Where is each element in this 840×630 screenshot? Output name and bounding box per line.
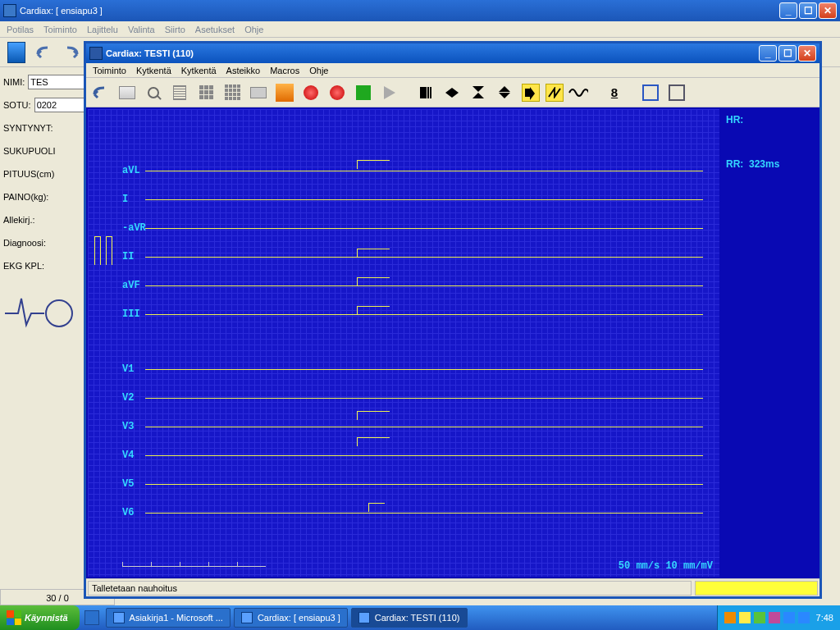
hstretch-icon[interactable] <box>441 81 463 104</box>
inner-close-button[interactable]: ✕ <box>798 45 816 62</box>
imenu-macros[interactable]: Macros <box>270 66 299 75</box>
inner-maximize-button[interactable]: ☐ <box>778 45 797 62</box>
menu-toiminto[interactable]: Toiminto <box>43 25 77 34</box>
trace-v5 <box>145 484 703 485</box>
trace-v4 <box>145 455 703 456</box>
layout-grid3-icon[interactable] <box>194 81 217 104</box>
sound-icon[interactable] <box>519 81 542 104</box>
imenu-ohje[interactable]: Ohje <box>309 66 328 75</box>
menu-valinta[interactable]: Valinta <box>128 25 155 34</box>
imenu-asteikko[interactable]: Asteikko <box>226 66 261 75</box>
lead-avr: -aVR <box>122 222 146 234</box>
inner-titlebar[interactable]: Cardiax: TESTI (110) _ ☐ ✕ <box>86 43 819 63</box>
svg-point-0 <box>46 300 72 326</box>
status-message: Talletetaan nauhoitus <box>88 581 692 596</box>
name-label: NIMI: <box>3 77 25 87</box>
imenu-kytkenta1[interactable]: Kytkentä <box>136 66 171 75</box>
cal-pulse <box>94 236 101 265</box>
tray-clock[interactable]: 7:48 <box>816 613 833 623</box>
stop-icon[interactable] <box>352 81 375 104</box>
rr-value: 323ms <box>749 158 779 170</box>
layout-grid4-icon[interactable] <box>221 81 244 104</box>
tray-shield-icon[interactable] <box>724 612 736 623</box>
tray-speaker-icon[interactable] <box>739 612 751 623</box>
fullscreen-icon[interactable] <box>639 81 662 104</box>
record-icon[interactable] <box>299 81 322 104</box>
outer-close-button[interactable]: ✕ <box>819 2 837 19</box>
forward-icon[interactable] <box>61 41 84 64</box>
menu-lajittelu[interactable]: Lajittelu <box>87 25 118 34</box>
step-end-icon[interactable] <box>414 81 437 104</box>
eight-button[interactable]: 8 <box>603 81 626 104</box>
record2-icon[interactable] <box>326 81 349 104</box>
folder-icon[interactable] <box>247 81 270 104</box>
trace-v2 <box>145 398 703 399</box>
vcompress-icon[interactable] <box>467 81 490 104</box>
blip <box>357 249 390 257</box>
windows-logo-icon <box>7 610 21 625</box>
tray-device-icon[interactable] <box>769 612 780 623</box>
outer-minimize-button[interactable]: _ <box>779 2 797 19</box>
trace-avf <box>145 285 703 286</box>
lead-iii: III <box>122 308 140 320</box>
trace-v1 <box>145 369 703 370</box>
imenu-toiminto[interactable]: Toiminto <box>93 66 126 75</box>
inner-window: Cardiax: TESTI (110) _ ☐ ✕ Toiminto Kytk… <box>84 41 822 599</box>
lead-v4: V4 <box>122 450 134 461</box>
menu-potilas[interactable]: Potilas <box>7 25 34 34</box>
highlight-icon[interactable] <box>273 81 296 104</box>
outer-maximize-button[interactable]: ☐ <box>799 2 817 19</box>
taskbar-item-cardiax1[interactable]: Cardiax: [ ensiapu3 ] <box>234 608 348 628</box>
menu-ohje[interactable]: Ohje <box>244 25 263 34</box>
system-tray[interactable]: 7:48 <box>717 605 840 630</box>
trace-iii <box>145 314 703 315</box>
start-label: Käynnistä <box>25 613 68 623</box>
undo-icon[interactable] <box>89 81 112 104</box>
lead-avl: aVL <box>122 165 140 176</box>
inner-menubar: Toiminto Kytkentä Kytkentä Asteikko Macr… <box>86 63 819 78</box>
cardiax-icon <box>241 612 253 623</box>
vexpand-icon[interactable] <box>493 81 516 104</box>
blip <box>357 306 390 314</box>
imenu-kytkenta2[interactable]: Kytkentä <box>181 66 217 75</box>
tray-network-icon[interactable] <box>754 612 765 623</box>
print-icon[interactable] <box>116 81 139 104</box>
trace-ii <box>145 257 703 258</box>
trace-i <box>145 199 703 200</box>
rr-label: RR: <box>726 158 743 170</box>
start-button[interactable]: Käynnistä <box>0 605 80 630</box>
menu-asetukset[interactable]: Asetukset <box>195 25 235 34</box>
inner-app-icon <box>89 47 103 60</box>
blip <box>357 277 390 285</box>
inner-title-text: Cardiax: TESTI (110) <box>106 48 194 58</box>
lead-v2: V2 <box>122 392 134 404</box>
ekg-label: EKG KPL: <box>3 261 44 271</box>
layout1-icon[interactable] <box>168 81 191 104</box>
tray-display-icon[interactable] <box>798 612 810 623</box>
inner-toolbar: 8 <box>86 78 819 107</box>
exit-icon[interactable] <box>5 41 28 64</box>
outer-titlebar[interactable]: Cardiax: [ ensiapu3 ] _ ☐ ✕ <box>0 0 840 21</box>
ql-ie-icon[interactable] <box>84 610 99 625</box>
ssn-label: SOTU: <box>3 100 31 110</box>
back-icon[interactable] <box>33 41 56 64</box>
ecg-grid[interactable]: aVL I -aVR II aVF III V1 V2 V3 V4 V5 V6 <box>86 107 721 578</box>
outer-menubar: Potilas Toiminto Lajittelu Valinta Siirt… <box>0 21 840 38</box>
lead-v5: V5 <box>122 478 134 490</box>
trace-v6 <box>145 513 703 514</box>
zoom-icon[interactable] <box>142 81 165 104</box>
diag-label: Diagnoosi: <box>3 238 46 248</box>
filter-icon[interactable] <box>546 84 564 102</box>
taskbar-item-word[interactable]: Asiakirja1 - Microsoft ... <box>106 608 231 628</box>
fit-icon[interactable] <box>665 81 688 104</box>
inner-minimize-button[interactable]: _ <box>759 45 777 62</box>
waveform-icon[interactable] <box>567 81 590 104</box>
tray-usb-icon[interactable] <box>783 612 795 623</box>
lead-avf: aVF <box>122 280 140 291</box>
scale-readout: 50 mm/s 10 mm/mV <box>619 560 713 572</box>
menu-siirto[interactable]: Siirto <box>165 25 185 34</box>
lead-ii: II <box>122 251 134 262</box>
play-icon[interactable] <box>378 81 401 104</box>
cal-pulse <box>106 236 112 265</box>
taskbar-item-cardiax2[interactable]: Cardiax: TESTI (110) <box>351 608 468 628</box>
